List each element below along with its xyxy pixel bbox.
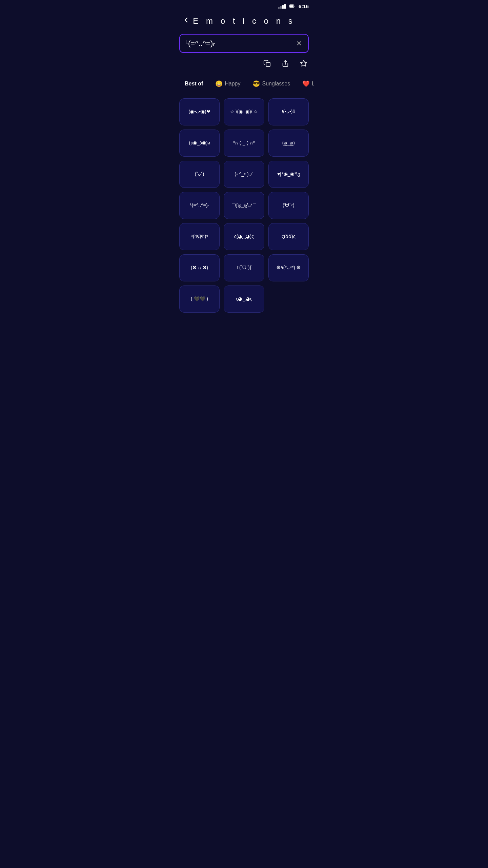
- emoticon-cell[interactable]: ᵍ(ФДФ)ᵍ: [179, 223, 220, 250]
- emoticon-text: ( 🖤🖤 ): [191, 296, 208, 302]
- emoticon-text: (◦ ^_• )ノ: [235, 171, 253, 178]
- emoticon-text: ¯\ʃஐ_ஐ\ノ¯: [232, 202, 256, 209]
- emoticon-cell[interactable]: (ஐ_ஐ): [268, 130, 309, 157]
- tab-best-of[interactable]: Best of: [179, 78, 208, 90]
- emoticon-cell[interactable]: Γ(˙ᗜ˙)ʃ: [224, 254, 264, 281]
- signal-icon: [278, 3, 286, 9]
- clear-button[interactable]: ✕: [296, 39, 303, 48]
- emoticon-text: (✖ ∩ ✖): [191, 264, 208, 271]
- tab-happy-emoji: 😀: [215, 80, 223, 87]
- emoticon-text: ς(ō̲ō̲)ς: [282, 233, 296, 240]
- emoticon-cell[interactable]: ☆ \(◉_◉)/ ☆: [224, 98, 264, 125]
- emoticon-cell[interactable]: ('ᗨ`ᵒ): [268, 192, 309, 219]
- status-icons: 6:16: [278, 3, 309, 9]
- emoticon-text: ❊٩(*ᴗᵘ*) ❊: [277, 264, 301, 271]
- svg-marker-4: [301, 60, 307, 66]
- emoticon-cell[interactable]: (◉•ᴗ•◉)❤: [179, 98, 220, 125]
- emoticon-text: (ง◉_ʖ◉)ง: [189, 140, 210, 146]
- tab-sunglasses[interactable]: 😎 Sunglasses: [247, 77, 296, 90]
- copy-button[interactable]: [262, 58, 272, 71]
- emoticon-text: Γ(˙ᗜ˙)ʃ: [237, 264, 251, 271]
- emoticon-text: ᴿ∩ (-_-) ∩ᴿ: [233, 140, 255, 146]
- status-bar: 6:16: [174, 0, 314, 12]
- emoticon-text: (◉•ᴗ•◉)❤: [189, 108, 210, 115]
- tab-sunglasses-label: Sunglasses: [262, 81, 290, 87]
- page-title: E m o t i c o n s: [193, 16, 295, 26]
- emoticon-cell[interactable]: (◦ ^_• )ノ: [224, 161, 264, 188]
- tab-best-of-label: Best of: [185, 81, 203, 87]
- tab-happy-label: Happy: [225, 81, 240, 87]
- emoticon-cell[interactable]: !(•ᴗ•)ô: [268, 98, 309, 125]
- tab-love-label: Love: [312, 81, 314, 87]
- search-container: ✕: [174, 34, 314, 53]
- emoticon-text: ♥ʃ*◉_◉*\ვ: [277, 171, 300, 178]
- emoticon-text: ('ᗨ`ᵒ): [283, 202, 294, 209]
- tab-love[interactable]: ❤️ Love: [297, 77, 314, 90]
- emoticon-text: ς(◕‿◕)ς: [234, 233, 254, 240]
- emoticon-text: ☆ \(◉_◉)/ ☆: [230, 108, 258, 115]
- emoticon-cell[interactable]: ς◕‿◕ς: [224, 285, 264, 313]
- svg-rect-2: [266, 62, 270, 66]
- emoticon-cell[interactable]: ¯\ʃஐ_ஐ\ノ¯: [224, 192, 264, 219]
- battery-icon: [288, 3, 297, 9]
- tabs-container: Best of 😀 Happy 😎 Sunglasses ❤️ Love 😠 A…: [174, 77, 314, 90]
- emoticon-text: ᴸ(=^..^=)ᵣ: [190, 202, 209, 209]
- header: E m o t i c o n s: [174, 12, 314, 30]
- share-button[interactable]: [280, 58, 290, 71]
- emoticon-cell[interactable]: (ง◉_ʖ◉)ง: [179, 130, 220, 157]
- emoticon-cell[interactable]: ᴿ∩ (-_-) ∩ᴿ: [224, 130, 264, 157]
- favorite-button[interactable]: [299, 58, 309, 71]
- action-icons: [174, 58, 314, 71]
- tab-sunglasses-emoji: 😎: [252, 80, 260, 87]
- tab-happy[interactable]: 😀 Happy: [210, 77, 246, 90]
- emoticon-cell[interactable]: ς(◕‿◕)ς: [224, 223, 264, 250]
- emoticon-text: ᵍ(ФДФ)ᵍ: [191, 233, 208, 240]
- emoticons-grid: (◉•ᴗ•◉)❤☆ \(◉_◉)/ ☆!(•ᴗ•)ô(ง◉_ʖ◉)งᴿ∩ (-_…: [174, 98, 314, 319]
- emoticon-text: ς◕‿◕ς: [236, 296, 252, 302]
- search-input[interactable]: [185, 39, 293, 48]
- emoticon-text: !(•ᴗ•)ô: [282, 108, 295, 115]
- emoticon-cell[interactable]: (✖ ∩ ✖): [179, 254, 220, 281]
- emoticon-cell[interactable]: ♥ʃ*◉_◉*\ვ: [268, 161, 309, 188]
- svg-rect-1: [290, 5, 293, 7]
- emoticon-cell[interactable]: (˘ᴗ˘): [179, 161, 220, 188]
- emoticon-cell[interactable]: ᴸ(=^..^=)ᵣ: [179, 192, 220, 219]
- emoticon-cell[interactable]: ❊٩(*ᴗᵘ*) ❊: [268, 254, 309, 281]
- emoticon-cell[interactable]: ( 🖤🖤 ): [179, 285, 220, 313]
- search-box: ✕: [179, 34, 309, 53]
- tab-love-emoji: ❤️: [302, 80, 310, 87]
- back-button[interactable]: [181, 15, 191, 27]
- status-time: 6:16: [299, 3, 309, 9]
- emoticon-text: (ஐ_ஐ): [282, 140, 295, 146]
- emoticon-cell[interactable]: ς(ō̲ō̲)ς: [268, 223, 309, 250]
- emoticon-text: (˘ᴗ˘): [195, 171, 204, 178]
